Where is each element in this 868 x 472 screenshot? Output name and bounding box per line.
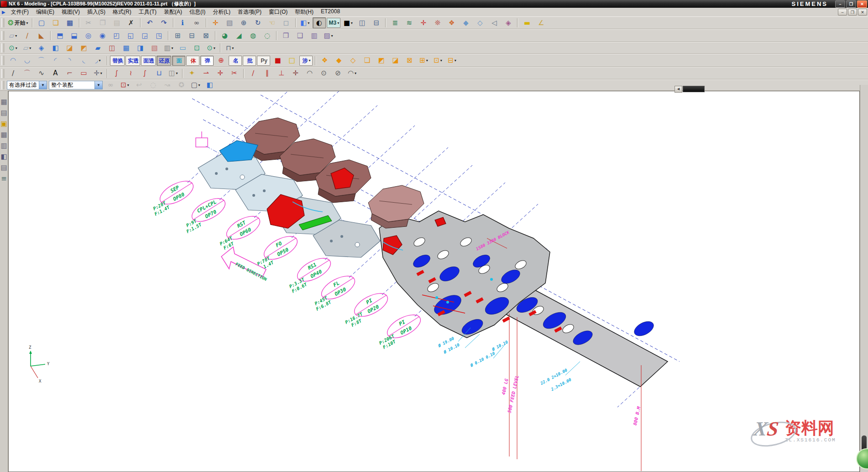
scroll-left-icon[interactable]: ◀: [675, 86, 682, 93]
subtract-icon[interactable]: ⊟: [185, 30, 199, 41]
ruled-surface-icon[interactable]: ◠: [6, 55, 20, 66]
tangent-arc-icon[interactable]: ◠: [303, 68, 316, 79]
save-icon[interactable]: ▦: [63, 17, 77, 28]
orient-csys-icon[interactable]: ✛: [417, 17, 430, 28]
sphere-primitive-icon[interactable]: ⊙▾: [204, 42, 218, 53]
chamfer-icon[interactable]: ◢: [232, 30, 246, 41]
selection-scope-combo[interactable]: 整个装配 ▼: [49, 81, 103, 89]
groove-icon[interactable]: ◳: [152, 30, 166, 41]
datum-csys-icon[interactable]: ◣: [35, 30, 48, 41]
blue-lifter-part[interactable]: [220, 141, 258, 162]
doc-close-button[interactable]: ✕: [858, 9, 867, 16]
split-body-icon[interactable]: ❑: [293, 30, 307, 41]
find-icon[interactable]: ∞: [190, 17, 204, 28]
box-primitive-icon[interactable]: ▭: [176, 42, 189, 53]
batch-button[interactable]: 批: [243, 56, 256, 66]
replace-display-button[interactable]: 替换: [110, 56, 125, 66]
conic-icon[interactable]: ◠▾: [345, 68, 359, 79]
rotate-view-icon[interactable]: ↻: [251, 17, 265, 28]
sketch-icon[interactable]: ⊙▾: [6, 42, 20, 53]
strip-part[interactable]: [379, 211, 656, 347]
right-scrollbar[interactable]: [860, 85, 868, 472]
through-curves-icon[interactable]: ◡: [21, 55, 34, 66]
py-layer-button[interactable]: Py: [257, 56, 270, 66]
solid-transparent-button[interactable]: 实透: [125, 56, 140, 66]
rotate-component-icon[interactable]: ◆: [332, 55, 345, 66]
diamond-display-icon[interactable]: ◆: [459, 17, 472, 28]
doc-restore-button[interactable]: ❐: [848, 9, 857, 16]
blank-cutout[interactable]: [632, 319, 656, 339]
tube-icon[interactable]: ▰: [91, 42, 105, 53]
cross-curve-icon[interactable]: ✛: [214, 68, 227, 79]
perpendicular-icon[interactable]: ⊥: [275, 68, 288, 79]
sew-icon[interactable]: ▨▾: [322, 30, 335, 41]
point-icon[interactable]: ⊡: [190, 42, 204, 53]
slot-icon[interactable]: ◲: [138, 30, 152, 41]
restore-button[interactable]: 还原: [157, 56, 171, 66]
divide-curve-icon[interactable]: ≀: [124, 68, 137, 79]
revolve-icon[interactable]: ⬓: [68, 30, 81, 41]
patch-icon[interactable]: ▥: [308, 30, 321, 41]
center-target-icon[interactable]: ⊕: [214, 55, 228, 66]
menu-item-7[interactable]: 信息(I): [186, 8, 209, 16]
replace-component-icon[interactable]: ⊞▾: [417, 55, 430, 66]
menu-item-2[interactable]: 视图(V): [58, 8, 84, 16]
face-display-button[interactable]: 面: [172, 56, 185, 66]
menu-item-8[interactable]: 分析(L): [209, 8, 234, 16]
edge-blend-icon[interactable]: ◕: [218, 30, 231, 41]
palette-icon[interactable]: ❖: [445, 17, 458, 28]
project-curve-icon[interactable]: ◫▾: [167, 68, 180, 79]
open-file-icon[interactable]: ❏: [49, 17, 63, 28]
extrude-icon[interactable]: ⬒: [53, 30, 67, 41]
spline-icon[interactable]: ∿: [35, 68, 48, 79]
suppress-component-icon[interactable]: ⊠: [403, 55, 416, 66]
zoom-in-out-icon[interactable]: ⊕: [237, 17, 251, 28]
rib-icon[interactable]: ◫: [105, 42, 119, 53]
menu-item-1[interactable]: 编辑(E): [32, 8, 58, 16]
intersection-point-icon[interactable]: ✛: [289, 68, 302, 79]
menu-item-5[interactable]: 工具(T): [135, 8, 160, 16]
wave-link-icon[interactable]: ⊓▾: [223, 42, 236, 53]
redo-icon[interactable]: ↷: [157, 17, 171, 28]
menu-item-4[interactable]: 格式(R): [109, 8, 135, 16]
arrow-curve-icon[interactable]: ⇀: [199, 68, 213, 79]
cad-canvas[interactable]: SEPOP80P:28TF:1.4TCPL+CPLOP70P:9TF:1.5TR…: [9, 91, 860, 472]
parallel-icon[interactable]: ∥: [261, 68, 274, 79]
measure-distance-icon[interactable]: ▬: [520, 17, 533, 28]
fit-view-icon[interactable]: ✛: [209, 17, 222, 28]
shaded-view-icon[interactable]: ◧▾: [298, 17, 312, 28]
menu-item-10[interactable]: 窗口(O): [265, 8, 291, 16]
intersect-icon[interactable]: ⊠: [199, 30, 213, 41]
doc-minimize-button[interactable]: –: [838, 9, 847, 16]
yellow-cube-icon[interactable]: □: [285, 55, 298, 66]
move-component-icon[interactable]: ❖: [318, 55, 331, 66]
ellipse-icon[interactable]: ⊘: [331, 68, 345, 79]
text-curve-icon[interactable]: A: [49, 68, 62, 79]
constraints-icon[interactable]: ❊: [431, 17, 444, 28]
edit-curve-icon[interactable]: ∫: [138, 68, 152, 79]
fill-icon[interactable]: ⊔: [152, 68, 166, 79]
snap-point-icon[interactable]: ⊡▾: [118, 80, 131, 91]
wireframe-icon[interactable]: ◻: [280, 17, 293, 28]
pocket-icon[interactable]: ◰: [110, 30, 123, 41]
hole-icon[interactable]: ◎: [82, 30, 95, 41]
menu-item-9[interactable]: 首选项(P): [234, 8, 265, 16]
swept-surface-icon[interactable]: ⌒: [35, 55, 48, 66]
menu-item-12[interactable]: ET2008: [317, 8, 344, 16]
corner-icon[interactable]: ⌐: [63, 68, 76, 79]
datum-plane-icon[interactable]: ▱▾: [6, 30, 20, 41]
delete-icon[interactable]: ✗: [125, 17, 138, 28]
section-icon[interactable]: ◫: [356, 17, 369, 28]
erase-display-icon[interactable]: ◈: [502, 17, 515, 28]
restore-button-win[interactable]: ❐: [846, 0, 856, 8]
bridge-surface-icon[interactable]: ◝: [63, 55, 76, 66]
trim-curve-icon[interactable]: ∫: [110, 68, 123, 79]
selection-filter-combo[interactable]: 有选择过滤器 ▼: [7, 81, 47, 89]
selection-filter-dropdown-icon[interactable]: ▼: [39, 81, 47, 89]
face-transparent-button[interactable]: 面透: [141, 56, 156, 66]
assembly-constraints-icon[interactable]: ⊡▾: [431, 55, 444, 66]
datum-axis-icon[interactable]: ∕: [21, 30, 34, 41]
measure-angle-icon[interactable]: ∠: [534, 17, 548, 28]
menu-item-6[interactable]: 装配(A): [160, 8, 186, 16]
swept-icon[interactable]: ◩: [77, 42, 90, 53]
